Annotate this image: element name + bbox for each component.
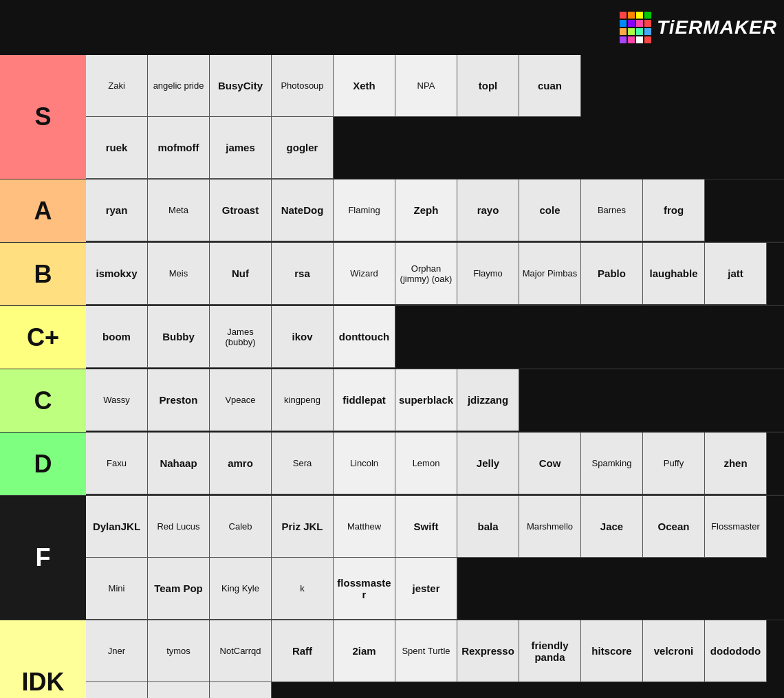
- tier-item[interactable]: Bubby: [148, 306, 210, 368]
- tier-item[interactable]: NateDog: [272, 179, 334, 241]
- tier-item[interactable]: Matthew: [334, 496, 395, 558]
- tier-item[interactable]: Rexpresso: [457, 620, 519, 682]
- tier-row-f: FDylanJKLRed LucusCalebPriz JKLMatthewSw…: [0, 496, 784, 620]
- tier-item[interactable]: velcroni: [643, 620, 705, 682]
- tier-item[interactable]: Lincoln: [334, 433, 395, 494]
- row-filler: [767, 496, 784, 558]
- tier-item[interactable]: Priz JKL: [272, 496, 334, 558]
- tier-item[interactable]: friendly panda: [519, 620, 581, 682]
- tier-item[interactable]: superblack: [395, 369, 457, 431]
- tier-item[interactable]: DylanJKL: [86, 496, 148, 558]
- tier-item[interactable]: ruek: [86, 117, 148, 179]
- tier-item[interactable]: rayo: [457, 179, 519, 241]
- tier-item[interactable]: jatt: [705, 243, 767, 305]
- tier-item[interactable]: Cow: [519, 433, 581, 494]
- tier-item[interactable]: Puffy: [643, 433, 705, 494]
- tier-label-a: A: [0, 179, 86, 242]
- tier-item[interactable]: Lemon: [395, 433, 457, 494]
- tier-item[interactable]: Spent Turtle: [395, 620, 457, 682]
- tier-item[interactable]: Xeth: [334, 55, 395, 117]
- tier-item[interactable]: Mini: [86, 558, 148, 620]
- tier-item[interactable]: Marshmello: [519, 496, 581, 558]
- tier-item[interactable]: Pablo: [581, 243, 643, 305]
- tier-item[interactable]: flossmaster: [334, 558, 395, 620]
- tier-item[interactable]: Team Pop: [148, 558, 210, 620]
- tier-item[interactable]: Flaming: [334, 179, 395, 241]
- tier-item[interactable]: BusyCity: [210, 55, 272, 117]
- tier-item[interactable]: angelic pride: [148, 55, 210, 117]
- tier-item[interactable]: Zeph: [395, 179, 457, 241]
- tier-item[interactable]: boom: [86, 306, 148, 368]
- tier-item[interactable]: cuan: [519, 55, 581, 117]
- tier-item[interactable]: dodododo: [705, 620, 767, 682]
- tier-item[interactable]: Meis: [148, 243, 210, 305]
- tier-item[interactable]: Faxu: [86, 433, 148, 494]
- tier-item[interactable]: laughable: [643, 243, 705, 305]
- tier-item[interactable]: Preston: [148, 369, 210, 431]
- tier-item[interactable]: Raff: [272, 620, 334, 682]
- tier-item[interactable]: King Kyle: [210, 558, 272, 620]
- tier-item[interactable]: Major Pimbas: [519, 243, 581, 305]
- tier-row-s: SZakiangelic prideBusyCityPhotosoupXethN…: [0, 55, 784, 179]
- tier-item[interactable]: Jelly: [457, 433, 519, 494]
- tier-item[interactable]: mofmoff: [148, 117, 210, 179]
- tier-items-c: WassyPrestonVpeacekingpengfiddlepatsuper…: [86, 369, 784, 432]
- tier-item[interactable]: ismokxy: [86, 243, 148, 305]
- tier-item[interactable]: hitscore: [581, 620, 643, 682]
- tier-item[interactable]: James (bubby): [210, 306, 272, 368]
- tier-item[interactable]: k: [272, 558, 334, 620]
- tier-items-a: ryanMetaGtroastNateDogFlamingZephrayocol…: [86, 179, 784, 242]
- tier-item[interactable]: bala: [457, 496, 519, 558]
- tier-item[interactable]: Photosoup: [272, 55, 334, 117]
- tier-item[interactable]: rsa: [272, 243, 334, 305]
- tier-item[interactable]: Zaki: [86, 55, 148, 117]
- tier-item[interactable]: Barnes: [581, 179, 643, 241]
- tier-item[interactable]: topl: [457, 55, 519, 117]
- tier-item[interactable]: 2iam: [334, 620, 395, 682]
- tier-items-idk: JnertymosNotCarrqdRaff2iamSpent TurtleRe…: [86, 620, 784, 698]
- tier-item[interactable]: kingpeng: [272, 369, 334, 431]
- tier-item[interactable]: cole: [519, 179, 581, 241]
- tier-item[interactable]: ryan: [86, 179, 148, 241]
- tier-item[interactable]: gogler: [272, 117, 334, 179]
- tier-item[interactable]: Spamking: [581, 433, 643, 494]
- tier-item[interactable]: Red Lucus: [148, 496, 210, 558]
- tier-item[interactable]: james: [210, 117, 272, 179]
- tier-label-s: S: [0, 55, 86, 179]
- tier-item[interactable]: NotCarrqd: [210, 620, 272, 682]
- tier-item[interactable]: Caleb: [210, 496, 272, 558]
- tier-item[interactable]: jester: [395, 558, 457, 620]
- tier-item[interactable]: Gtroast: [210, 179, 272, 241]
- tier-item[interactable]: Jner: [86, 620, 148, 682]
- tier-row-b: BismokxyMeisNufrsaWizardOrphan (jimmy) (…: [0, 243, 784, 306]
- tier-item[interactable]: donttouch: [334, 306, 395, 368]
- tier-item[interactable]: Orphan (jimmy) (oak): [395, 243, 457, 305]
- tier-item[interactable]: Nuf: [210, 243, 272, 305]
- tier-item[interactable]: recoil: [148, 682, 210, 698]
- row-filler: [581, 55, 784, 117]
- tier-item[interactable]: jdizzang: [457, 369, 519, 431]
- tier-item[interactable]: Nahaap: [148, 433, 210, 494]
- tiermaker-logo: TiERMAKER: [620, 12, 777, 43]
- tier-item[interactable]: Flossmaster: [705, 496, 767, 558]
- tier-item[interactable]: Vpeace: [210, 369, 272, 431]
- tier-item[interactable]: Swift: [395, 496, 457, 558]
- tier-item[interactable]: NPA: [395, 55, 457, 117]
- header: TiERMAKER: [0, 0, 784, 55]
- tier-items-b: ismokxyMeisNufrsaWizardOrphan (jimmy) (o…: [86, 243, 784, 305]
- tier-item[interactable]: zhen: [705, 433, 767, 494]
- tier-item[interactable]: fiddlepat: [334, 369, 395, 431]
- tier-item[interactable]: dahbluema: [86, 682, 148, 698]
- tier-item[interactable]: Sera: [272, 433, 334, 494]
- tier-item[interactable]: Meta: [148, 179, 210, 241]
- tier-item[interactable]: ikov: [272, 306, 334, 368]
- tier-item[interactable]: Jace: [581, 496, 643, 558]
- tier-item[interactable]: viraj: [210, 682, 272, 698]
- tier-item[interactable]: Wizard: [334, 243, 395, 305]
- tier-item[interactable]: Wassy: [86, 369, 148, 431]
- tier-item[interactable]: tymos: [148, 620, 210, 682]
- tier-item[interactable]: frog: [643, 179, 705, 241]
- tier-item[interactable]: Ocean: [643, 496, 705, 558]
- tier-item[interactable]: amro: [210, 433, 272, 494]
- tier-item[interactable]: Flaymo: [457, 243, 519, 305]
